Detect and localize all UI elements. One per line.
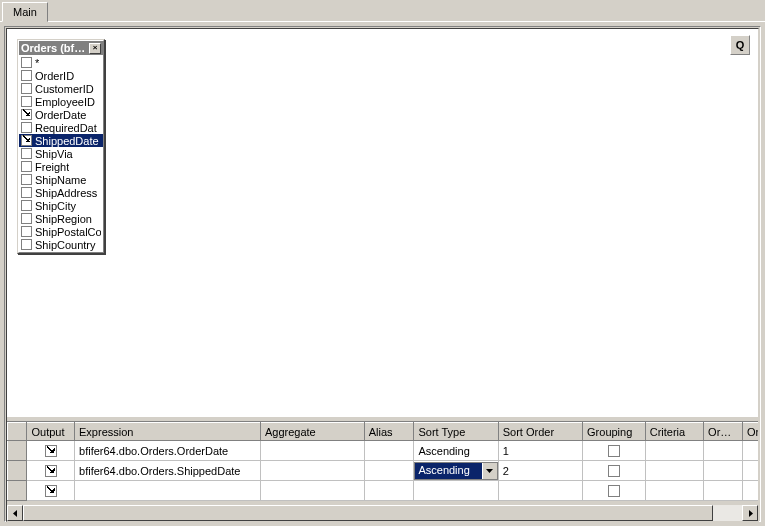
scroll-thumb[interactable] (23, 505, 713, 521)
col-alias[interactable]: Alias (364, 423, 414, 441)
field-checkbox[interactable] (21, 135, 32, 146)
cell-grouping[interactable] (583, 441, 646, 461)
cell-alias[interactable] (364, 441, 414, 461)
field-checkbox[interactable] (21, 187, 32, 198)
cell-aggregate[interactable] (260, 461, 364, 481)
cell-or[interactable] (704, 461, 743, 481)
field-row[interactable]: OrderDate (19, 108, 103, 121)
col-sort-type[interactable]: Sort Type (414, 423, 498, 441)
cell-alias[interactable] (364, 461, 414, 481)
scroll-track[interactable] (23, 505, 742, 521)
field-checkbox[interactable] (21, 213, 32, 224)
cell-output[interactable] (27, 441, 75, 461)
field-row[interactable]: ShipCity (19, 199, 103, 212)
field-row[interactable]: RequiredDat (19, 121, 103, 134)
tab-main[interactable]: Main (2, 2, 48, 22)
col-criteria[interactable]: Criteria (645, 423, 703, 441)
cell-or[interactable] (704, 481, 743, 501)
cell-or[interactable] (743, 441, 759, 461)
cell-output[interactable] (27, 461, 75, 481)
chevron-down-icon[interactable] (482, 463, 497, 479)
row-header[interactable] (8, 441, 27, 461)
field-checkbox[interactable] (21, 122, 32, 133)
cell-output[interactable] (27, 481, 75, 501)
cell-sort-type[interactable]: Ascending (414, 441, 498, 461)
field-row[interactable]: ShipCountry (19, 238, 103, 251)
col-grouping[interactable]: Grouping (583, 423, 646, 441)
col-expression[interactable]: Expression (75, 423, 261, 441)
cell-sort-order[interactable]: 1 (498, 441, 582, 461)
col-sort-order[interactable]: Sort Order (498, 423, 582, 441)
field-row[interactable]: Freight (19, 160, 103, 173)
field-checkbox[interactable] (21, 174, 32, 185)
cell-sort-type[interactable]: AscendingAscendingDescending (414, 461, 498, 481)
sort-type-dropdown[interactable]: AscendingDescending (414, 480, 497, 481)
field-row[interactable]: EmployeeID (19, 95, 103, 108)
cell-sort-order[interactable] (498, 481, 582, 501)
col-or2[interactable]: Or… (743, 423, 759, 441)
criteria-grid[interactable]: Output Expression Aggregate Alias Sort T… (7, 422, 758, 505)
table-row (8, 481, 759, 501)
field-row[interactable]: CustomerID (19, 82, 103, 95)
field-row[interactable]: ShipRegion (19, 212, 103, 225)
grouping-checkbox[interactable] (608, 445, 620, 457)
cell-grouping[interactable] (583, 481, 646, 501)
cell-criteria[interactable] (645, 481, 703, 501)
field-row[interactable]: ShipName (19, 173, 103, 186)
field-row[interactable]: ShipPostalCo (19, 225, 103, 238)
field-checkbox[interactable] (21, 70, 32, 81)
field-checkbox[interactable] (21, 239, 32, 250)
field-row[interactable]: ShipAddress (19, 186, 103, 199)
cell-alias[interactable] (364, 481, 414, 501)
col-output[interactable]: Output (27, 423, 75, 441)
query-icon-button[interactable]: Q (730, 35, 750, 55)
table-orders-window[interactable]: Orders (bf… × *OrderIDCustomerIDEmployee… (17, 39, 105, 254)
field-row[interactable]: OrderID (19, 69, 103, 82)
cell-or[interactable] (743, 461, 759, 481)
field-label: EmployeeID (35, 96, 95, 108)
cell-sort-type[interactable] (414, 481, 498, 501)
field-row[interactable]: ShipVia (19, 147, 103, 160)
criteria-grid-wrap: Output Expression Aggregate Alias Sort T… (7, 421, 758, 505)
col-aggregate[interactable]: Aggregate (260, 423, 364, 441)
horizontal-scrollbar[interactable] (7, 505, 758, 521)
field-checkbox[interactable] (21, 83, 32, 94)
table-window-titlebar[interactable]: Orders (bf… × (19, 41, 103, 55)
scroll-right-button[interactable] (742, 505, 758, 521)
cell-aggregate[interactable] (260, 481, 364, 501)
row-header[interactable] (8, 481, 27, 501)
cell-or[interactable] (704, 441, 743, 461)
output-checkbox[interactable] (45, 445, 57, 457)
field-checkbox[interactable] (21, 109, 32, 120)
cell-expression[interactable]: bfifer64.dbo.Orders.OrderDate (75, 441, 261, 461)
field-checkbox[interactable] (21, 200, 32, 211)
table-row: bfifer64.dbo.Orders.ShippedDateAscending… (8, 461, 759, 481)
cell-criteria[interactable] (645, 441, 703, 461)
cell-criteria[interactable] (645, 461, 703, 481)
grouping-checkbox[interactable] (608, 465, 620, 477)
scroll-left-button[interactable] (7, 505, 23, 521)
cell-or[interactable] (743, 481, 759, 501)
cell-expression[interactable] (75, 481, 261, 501)
field-checkbox[interactable] (21, 57, 32, 68)
field-row[interactable]: * (19, 56, 103, 69)
field-checkbox[interactable] (21, 96, 32, 107)
field-checkbox[interactable] (21, 161, 32, 172)
close-icon[interactable]: × (89, 43, 101, 54)
field-row[interactable]: ShippedDate (19, 134, 103, 147)
field-checkbox[interactable] (21, 148, 32, 159)
field-checkbox[interactable] (21, 226, 32, 237)
col-or1[interactable]: Or… (704, 423, 743, 441)
chevron-right-icon (747, 510, 754, 517)
grouping-checkbox[interactable] (608, 485, 620, 497)
sort-type-combo[interactable]: Ascending (414, 462, 497, 480)
table-window-title: Orders (bf… (21, 42, 85, 54)
cell-grouping[interactable] (583, 461, 646, 481)
output-checkbox[interactable] (45, 465, 57, 477)
output-checkbox[interactable] (45, 485, 57, 497)
cell-sort-order[interactable]: 2 (498, 461, 582, 481)
cell-expression[interactable]: bfifer64.dbo.Orders.ShippedDate (75, 461, 261, 481)
cell-aggregate[interactable] (260, 441, 364, 461)
row-header[interactable] (8, 461, 27, 481)
diagram-area[interactable]: Q Orders (bf… × *OrderIDCustomerIDEmploy… (7, 29, 758, 417)
